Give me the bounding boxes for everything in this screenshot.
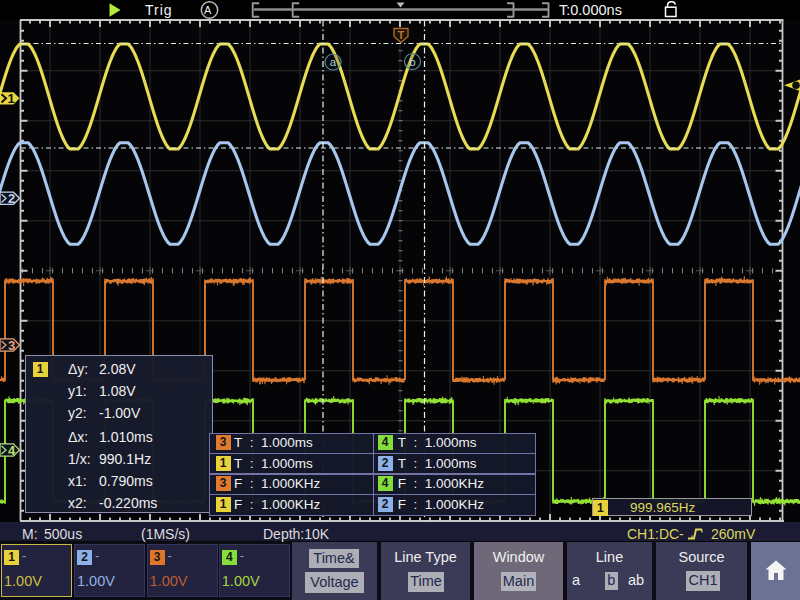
svg-text:2: 2 [8,191,15,206]
svg-text:b: b [409,56,415,68]
svg-text:1: 1 [7,91,14,106]
svg-text:4: 4 [8,443,16,458]
svg-text:3: 3 [8,338,15,353]
svg-text:a: a [330,56,337,68]
svg-text:T: T [397,29,404,41]
